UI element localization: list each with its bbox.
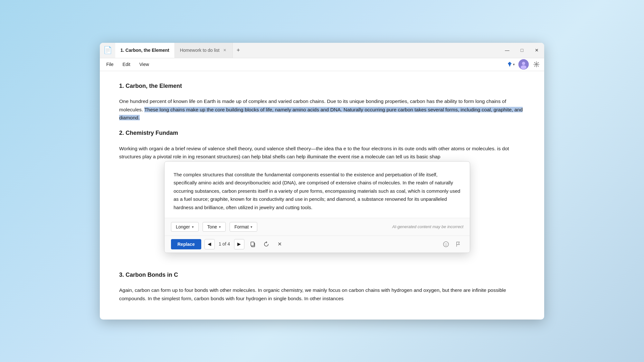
heading-3: 3. Carbon Bonds in C <box>119 270 525 280</box>
prev-icon: ◀ <box>208 240 211 248</box>
menu-file[interactable]: File <box>102 60 118 68</box>
flag-button[interactable] <box>453 239 463 249</box>
app-window: 📄 1. Carbon, the Element Homework to do … <box>100 43 544 320</box>
svg-point-3 <box>536 64 537 65</box>
paragraph-3: Again, carbon can form up to four bonds … <box>119 286 525 302</box>
svg-point-7 <box>445 244 446 244</box>
svg-rect-5 <box>251 242 254 246</box>
close-popup-button[interactable]: ✕ <box>275 239 285 249</box>
page-indicator: 1 of 4 <box>218 240 231 248</box>
svg-point-2 <box>521 65 526 69</box>
maximize-button[interactable]: □ <box>515 43 529 58</box>
paragraph-2: Working with organi de a brief review of… <box>119 144 525 161</box>
tab-homework-label: Homework to do list <box>180 48 220 53</box>
prev-button[interactable]: ◀ <box>204 239 215 249</box>
tab-homework[interactable]: Homework to do list ✕ <box>175 43 233 58</box>
feedback-icon-button[interactable] <box>441 239 451 249</box>
menu-edit[interactable]: Edit <box>119 60 134 68</box>
app-icon: 📄 <box>100 43 115 58</box>
close-button[interactable]: ✕ <box>529 43 544 58</box>
tab-homework-close[interactable]: ✕ <box>222 48 227 53</box>
settings-button[interactable] <box>531 59 542 70</box>
copilot-button[interactable]: ▾ <box>506 59 516 70</box>
svg-point-8 <box>447 244 447 244</box>
menu-items: File Edit View <box>102 60 153 68</box>
paragraph-1: One hundred percent of known life on Ear… <box>119 97 525 122</box>
tab-carbon[interactable]: 1. Carbon, the Element <box>115 43 175 58</box>
svg-point-6 <box>443 242 449 247</box>
ai-rewrite-panel: The complex structures that constitute t… <box>164 161 470 253</box>
tab-add-button[interactable]: + <box>233 43 244 58</box>
next-icon: ▶ <box>237 240 241 248</box>
next-button[interactable]: ▶ <box>234 239 244 249</box>
popup-controls-bar: Longer ▾ Tone ▾ Format ▾ AI-generated co… <box>165 218 470 236</box>
close-popup-icon: ✕ <box>278 240 282 248</box>
svg-point-1 <box>522 62 525 65</box>
title-bar: 📄 1. Carbon, the Element Homework to do … <box>100 43 544 58</box>
menu-view[interactable]: View <box>136 60 153 68</box>
user-avatar[interactable] <box>518 59 529 70</box>
tone-dropdown[interactable]: Tone ▾ <box>203 222 226 232</box>
popup-action-bar: Replace ◀ 1 of 4 ▶ <box>165 236 470 253</box>
popup-text-content: The complex structures that constitute t… <box>165 162 470 218</box>
menu-bar: File Edit View ▾ <box>100 58 544 71</box>
window-controls: — □ ✕ <box>500 43 544 58</box>
tab-carbon-label: 1. Carbon, the Element <box>120 48 169 53</box>
longer-dropdown[interactable]: Longer ▾ <box>171 222 199 232</box>
document-content: 1. Carbon, the Element One hundred perce… <box>100 71 544 320</box>
heading-2: 2. Chemistry Fundam <box>119 128 525 138</box>
format-chevron-icon: ▾ <box>251 225 252 229</box>
heading-1: 1. Carbon, the Element <box>119 81 525 91</box>
popup-right-icons <box>441 239 463 249</box>
tab-bar: 1. Carbon, the Element Homework to do li… <box>115 43 500 58</box>
replace-button[interactable]: Replace <box>171 239 201 249</box>
copy-button[interactable] <box>248 239 258 249</box>
copilot-chevron: ▾ <box>513 62 515 67</box>
refresh-button[interactable] <box>261 239 271 249</box>
longer-chevron-icon: ▾ <box>192 225 194 229</box>
minimize-button[interactable]: — <box>500 43 515 58</box>
format-dropdown[interactable]: Format ▾ <box>230 222 257 232</box>
menu-right: ▾ <box>506 59 542 70</box>
para1-highlighted: These long chains make up the core build… <box>119 107 523 121</box>
tone-chevron-icon: ▾ <box>219 225 221 229</box>
ai-disclaimer-text: AI-generated content may be incorrect <box>392 223 463 230</box>
